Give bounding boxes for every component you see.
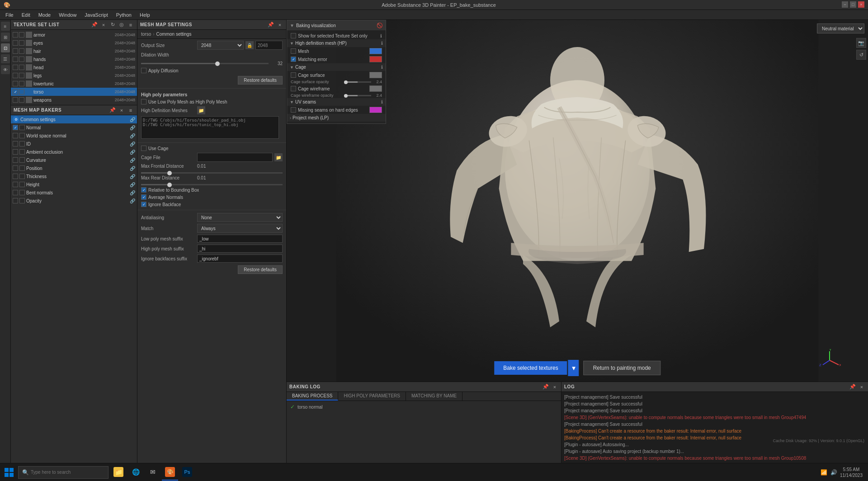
baker-item-opacity[interactable]: Opacity 🔗: [11, 197, 137, 205]
hd-info[interactable]: ℹ: [381, 41, 383, 46]
menu-edit[interactable]: Edit: [18, 11, 34, 19]
antialiasing-select[interactable]: None2x4x8x: [197, 213, 283, 222]
texture-set-menu-button[interactable]: ≡: [127, 21, 134, 28]
mesh-settings-close-button[interactable]: ×: [276, 21, 283, 28]
baker-item-common-settings[interactable]: ⚙ Common settings 🔗: [11, 115, 137, 123]
taskbar-app-chrome[interactable]: 🌐: [127, 464, 144, 481]
texture-check-torso[interactable]: ✓: [13, 89, 18, 94]
baker-check-ao[interactable]: [13, 149, 18, 155]
texture-vis-torso[interactable]: [19, 89, 24, 94]
bakers-menu-button[interactable]: ≡: [127, 107, 134, 114]
texture-item-weapons[interactable]: weapons 2048×2048: [11, 96, 137, 104]
cage-surface-opacity-slider[interactable]: [344, 81, 371, 83]
baker-check-opacity[interactable]: [13, 198, 18, 203]
baker-vis-ao[interactable]: [19, 149, 25, 155]
main-log-pin-button[interactable]: 📌: [849, 383, 856, 391]
texture-check-head[interactable]: [13, 65, 18, 70]
taskbar-app-substance[interactable]: 🎨: [162, 464, 178, 481]
baking-vis-header[interactable]: ▼ Baking visualization 🚫: [287, 20, 386, 30]
texture-set-refresh-button[interactable]: ↻: [109, 21, 116, 28]
baker-check-bent[interactable]: [13, 190, 18, 195]
menu-javascript[interactable]: JavaScript: [81, 11, 111, 19]
menu-mode[interactable]: Mode: [35, 11, 55, 19]
taskbar-app-ps[interactable]: Ps: [179, 464, 195, 481]
restore-defaults-button-2[interactable]: Restore defaults: [238, 265, 283, 274]
texture-check-armor[interactable]: [13, 32, 18, 38]
cage-wireframe-checkbox[interactable]: [291, 86, 296, 91]
baker-check-height[interactable]: [13, 182, 18, 187]
texture-item-torso[interactable]: ✓ torso 2048×2048: [11, 88, 137, 96]
taskbar-volume-icon[interactable]: 🔊: [830, 468, 838, 476]
match-select[interactable]: AlwaysBy mesh nameBy mesh name and mater…: [197, 224, 283, 233]
baker-check-thickness[interactable]: [13, 174, 18, 179]
sidebar-icon-assets[interactable]: ⊞: [1, 33, 10, 42]
baking-vis-hide-icon[interactable]: 🚫: [377, 23, 383, 28]
baker-check-wsn[interactable]: [13, 133, 18, 138]
baker-vis-opacity[interactable]: [19, 198, 25, 203]
texture-set-pin-button[interactable]: 📌: [91, 21, 98, 28]
breadcrumb-parent[interactable]: torso: [141, 32, 151, 37]
tab-baking-process[interactable]: BAKING PROCESS: [287, 392, 338, 401]
relative-bb-checkbox[interactable]: ✓: [141, 187, 146, 193]
return-to-painting-button[interactable]: Return to painting mode: [584, 361, 660, 375]
texture-item-armor[interactable]: armor 2048×2048: [11, 31, 137, 39]
high-def-meshes-textarea[interactable]: D:/TWG C/objs/hi/Torso/shoulder_pad_hi.o…: [141, 116, 279, 139]
tab-high-poly-params[interactable]: HIGH POLY PARAMETERS: [338, 392, 406, 401]
menu-help[interactable]: Help: [136, 11, 154, 19]
baker-item-curvature[interactable]: Curvature 🔗: [11, 156, 137, 164]
output-size-select[interactable]: 204851210244096: [197, 41, 244, 50]
texture-check-weapons[interactable]: [13, 97, 18, 103]
sidebar-icon-bake[interactable]: ⊡: [1, 43, 10, 52]
cage-wireframe-opacity-slider[interactable]: [344, 95, 371, 96]
baker-item-thickness[interactable]: Thickness 🔗: [11, 172, 137, 180]
max-frontal-slider[interactable]: [141, 172, 283, 174]
lock-icon[interactable]: 🔒: [245, 41, 254, 49]
baker-item-ao[interactable]: Ambient occlusion 🔗: [11, 148, 137, 156]
texture-vis-eyes[interactable]: [19, 40, 24, 46]
bakers-close-button[interactable]: ×: [118, 107, 125, 114]
baker-vis-bent[interactable]: [19, 190, 25, 195]
baker-check-curvature[interactable]: [13, 157, 18, 163]
menu-python[interactable]: Python: [113, 11, 135, 19]
texture-vis-hair[interactable]: [19, 48, 24, 54]
show-selected-checkbox[interactable]: [291, 33, 296, 38]
maximize-button[interactable]: □: [850, 1, 856, 8]
baker-item-normal[interactable]: ✓ Normal 🔗: [11, 123, 137, 132]
cage-wireframe-opacity-thumb[interactable]: [344, 94, 348, 98]
cage-file-input[interactable]: [197, 153, 273, 162]
material-select[interactable]: Neutral material Physical based Wirefram…: [817, 24, 864, 33]
baker-vis-position[interactable]: [19, 165, 25, 171]
taskbar-time-display[interactable]: 5:55 AM 11/14/2023: [840, 467, 863, 478]
high-poly-suffix-input[interactable]: [197, 245, 283, 253]
hd-matching-error-checkbox[interactable]: ✓: [291, 57, 296, 62]
viewport-icon-camera[interactable]: 📷: [856, 38, 866, 48]
texture-item-legs[interactable]: legs 2048×2048: [11, 71, 137, 80]
hd-mesh-color-swatch[interactable]: [369, 48, 382, 54]
average-normals-checkbox[interactable]: ✓: [141, 194, 146, 200]
mesh-settings-pin-button[interactable]: 📌: [267, 21, 274, 28]
viewport-area[interactable]: ▼ Baking visualization 🚫 Show for select…: [287, 20, 868, 382]
main-log-close-button[interactable]: ×: [858, 383, 865, 391]
taskbar-network-icon[interactable]: 📶: [820, 468, 828, 476]
baker-vis-wsn[interactable]: [19, 133, 25, 138]
baker-check-normal[interactable]: ✓: [13, 125, 18, 130]
uv-info[interactable]: ℹ: [381, 99, 383, 104]
hd-matching-error-color-swatch[interactable]: [369, 56, 382, 62]
taskbar-search-box[interactable]: 🔍: [18, 466, 108, 479]
texture-set-close-button[interactable]: ×: [100, 21, 107, 28]
baker-check-position[interactable]: [13, 165, 18, 171]
cage-info[interactable]: ℹ: [381, 65, 383, 70]
project-mesh-section[interactable]: › Project mesh (LP): [287, 114, 386, 122]
baker-item-bent-normals[interactable]: Bent normals 🔗: [11, 189, 137, 197]
sidebar-icon-view[interactable]: 👁: [1, 65, 10, 74]
high-def-meshes-browse-btn[interactable]: 📁: [197, 106, 205, 114]
texture-item-hands[interactable]: hands 2048×2048: [11, 55, 137, 63]
missing-seams-checkbox[interactable]: [291, 107, 296, 113]
texture-check-eyes[interactable]: [13, 40, 18, 46]
bakers-pin-button[interactable]: 📌: [109, 107, 116, 114]
menu-file[interactable]: File: [2, 11, 17, 19]
ignore-backfaces-suffix-input[interactable]: [197, 255, 283, 263]
cage-surface-color-swatch[interactable]: [369, 72, 382, 78]
baker-vis-normal[interactable]: [19, 125, 25, 130]
texture-vis-hands[interactable]: [19, 57, 24, 62]
